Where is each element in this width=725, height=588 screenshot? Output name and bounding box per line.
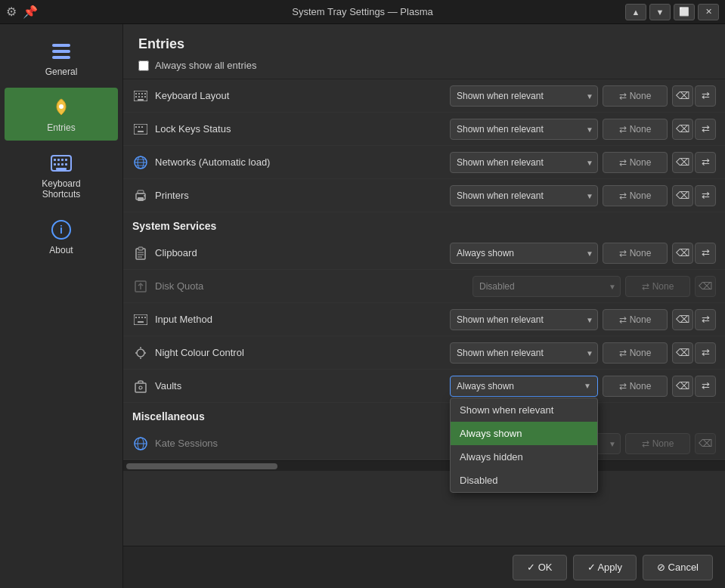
lock-keys-config-btn[interactable]: ⇄	[695, 119, 716, 140]
popup-item-always-hidden[interactable]: Always hidden	[451, 445, 597, 469]
clipboard-icon	[132, 245, 149, 262]
printers-shortcut-btn[interactable]: ⇄ None	[603, 185, 668, 206]
svg-rect-51	[144, 317, 146, 318]
keyboard-icon	[49, 151, 73, 175]
lock-keys-reset-btn[interactable]: ⌫	[672, 119, 693, 140]
content-area: Entries Always show all entries	[123, 24, 725, 588]
input-method-reset-btn[interactable]: ⌫	[672, 309, 693, 330]
networks-config-btn[interactable]: ⇄	[695, 152, 716, 173]
svg-rect-28	[138, 126, 140, 128]
entries-scroll[interactable]: Keyboard Layout Shown when relevant Alwa…	[123, 79, 725, 546]
night-colour-dropdown-wrapper[interactable]: Shown when relevant Always shown Always …	[450, 342, 598, 364]
networks-shortcut-btn[interactable]: ⇄ None	[603, 152, 668, 173]
input-method-dropdown[interactable]: Shown when relevant Always shown Always …	[450, 309, 598, 330]
networks-dropdown[interactable]: Shown when relevant Always shown Always …	[450, 152, 598, 173]
apply-button[interactable]: ✓ Apply	[573, 555, 637, 580]
svg-rect-6	[57, 159, 60, 161]
input-method-shortcut-btn[interactable]: ⇄ None	[603, 309, 668, 330]
vaults-dropdown-trigger[interactable]: Always shown ▼	[450, 376, 598, 397]
horizontal-scrollbar[interactable]	[123, 460, 725, 471]
keyboard-layout-shortcut-label: None	[630, 91, 652, 101]
svg-rect-9	[54, 163, 56, 166]
sidebar-item-keyboard[interactable]: KeyboardShortcuts	[5, 144, 118, 207]
printers-dropdown[interactable]: Shown when relevant Always shown Always …	[450, 185, 598, 206]
show-all-label: Always show all entries	[155, 60, 256, 71]
clipboard-shortcut-btn[interactable]: ⇄ None	[603, 243, 668, 264]
close-btn[interactable]: ✕	[698, 4, 719, 20]
night-colour-config-btn[interactable]: ⇄	[695, 342, 716, 364]
night-colour-dropdown[interactable]: Shown when relevant Always shown Always …	[450, 342, 598, 364]
input-method-dropdown-wrapper[interactable]: Shown when relevant Always shown Always …	[450, 309, 598, 330]
disk-quota-shortcut-label: None	[652, 281, 674, 292]
sidebar-item-entries[interactable]: Entries	[5, 88, 118, 141]
networks-reset-btn[interactable]: ⌫	[672, 152, 693, 173]
networks-dropdown-wrapper[interactable]: Shown when relevant Always shown Always …	[450, 152, 598, 173]
input-method-icon	[132, 311, 149, 328]
sidebar: General Entries	[0, 24, 123, 588]
content-header: Entries Always show all entries	[123, 24, 725, 79]
svg-point-3	[59, 104, 64, 109]
popup-item-shown-when-relevant[interactable]: Shown when relevant	[451, 398, 597, 422]
system-services-header: System Services	[123, 212, 725, 237]
minimize-up-btn[interactable]: ▲	[625, 4, 646, 20]
keyboard-layout-dropdown[interactable]: Shown when relevant Always shown Always …	[450, 85, 598, 107]
clipboard-reset-btn[interactable]: ⌫	[672, 243, 693, 264]
svg-rect-13	[56, 168, 67, 170]
sidebar-item-keyboard-label: KeyboardShortcuts	[42, 178, 80, 200]
svg-rect-8	[65, 159, 67, 161]
night-colour-shortcut-btn[interactable]: ⇄ None	[603, 342, 668, 364]
popup-item-always-shown[interactable]: Always shown	[451, 422, 597, 445]
show-all-checkbox[interactable]	[138, 60, 149, 71]
sidebar-item-general[interactable]: General	[5, 32, 118, 85]
cancel-button[interactable]: ⊘ Cancel	[643, 555, 713, 580]
entry-row-keyboard-layout: Keyboard Layout Shown when relevant Alwa…	[123, 79, 725, 113]
printers-reset-btn[interactable]: ⌫	[672, 185, 693, 206]
lock-keys-dropdown-wrapper[interactable]: Shown when relevant Always shown Always …	[450, 119, 598, 140]
input-method-config-btn[interactable]: ⇄	[695, 309, 716, 330]
maximize-btn[interactable]: ⬜	[674, 4, 695, 20]
night-colour-reset-btn[interactable]: ⌫	[672, 342, 693, 364]
disk-quota-shortcut-btn: ⇄ None	[625, 276, 690, 297]
keyboard-layout-dropdown-wrapper[interactable]: Shown when relevant Always shown Always …	[450, 85, 598, 107]
vaults-dropdown-wrapper[interactable]: Always shown ▼ Shown when relevant Alway…	[450, 376, 598, 397]
svg-rect-29	[141, 126, 143, 128]
titlebar: ⚙ 📌 System Tray Settings — Plasma ▲ ▼ ⬜ …	[0, 0, 725, 24]
svg-rect-49	[138, 317, 140, 318]
keyboard-layout-shortcut-btn[interactable]: ⇄ None	[603, 85, 668, 107]
svg-rect-12	[65, 163, 67, 166]
disk-quota-dropdown-wrapper[interactable]: Shown when relevant Always shown Always …	[472, 276, 621, 297]
sidebar-item-about[interactable]: i About	[5, 210, 118, 263]
vaults-config-btn[interactable]: ⇄	[695, 376, 716, 397]
lock-keys-shortcut-btn[interactable]: ⇄ None	[603, 119, 668, 140]
svg-rect-18	[138, 93, 140, 94]
svg-rect-30	[138, 131, 144, 132]
vaults-shortcut-btn[interactable]: ⇄ None	[603, 376, 668, 397]
shortcut-icon8: ⇄	[619, 348, 627, 358]
svg-rect-11	[61, 163, 64, 166]
ok-button[interactable]: ✓ OK	[513, 555, 566, 580]
sidebar-item-entries-label: Entries	[47, 122, 75, 133]
clipboard-config-btn[interactable]: ⇄	[695, 243, 716, 264]
vaults-reset-btn[interactable]: ⌫	[672, 376, 693, 397]
svg-rect-7	[61, 159, 64, 161]
clipboard-dropdown-wrapper[interactable]: Shown when relevant Always shown Always …	[450, 243, 598, 264]
clipboard-dropdown[interactable]: Shown when relevant Always shown Always …	[450, 243, 598, 264]
keyboard-layout-config-btn[interactable]: ⇄	[695, 85, 716, 107]
main-container: General Entries	[0, 24, 725, 588]
disk-quota-dropdown[interactable]: Shown when relevant Always shown Always …	[472, 276, 621, 297]
svg-rect-38	[138, 197, 144, 201]
minimize-down-btn[interactable]: ▼	[649, 4, 671, 20]
sidebar-item-about-label: About	[49, 245, 73, 255]
shortcut-icon4: ⇄	[619, 190, 627, 201]
vaults-dropdown-value: Always shown	[457, 381, 514, 391]
popup-item-disabled[interactable]: Disabled	[451, 469, 597, 492]
horizontal-scrollbar-thumb[interactable]	[126, 463, 277, 469]
svg-rect-21	[135, 96, 137, 97]
svg-point-53	[137, 349, 144, 357]
keyboard-layout-reset-btn[interactable]: ⌫	[672, 85, 693, 107]
shortcut-icon5: ⇄	[619, 248, 627, 258]
svg-point-39	[144, 195, 145, 197]
lock-keys-dropdown[interactable]: Shown when relevant Always shown Always …	[450, 119, 598, 140]
printers-dropdown-wrapper[interactable]: Shown when relevant Always shown Always …	[450, 185, 598, 206]
printers-config-btn[interactable]: ⇄	[695, 185, 716, 206]
